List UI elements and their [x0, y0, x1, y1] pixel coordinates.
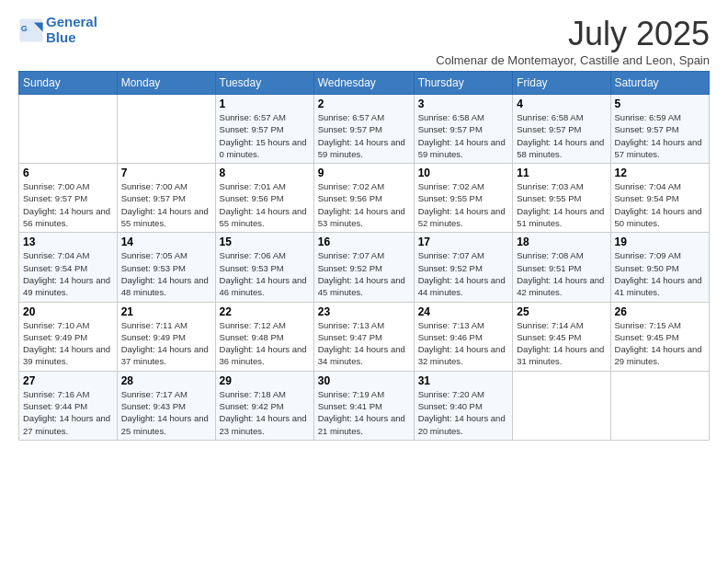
- title-block: July 2025 Colmenar de Montemayor, Castil…: [436, 15, 710, 67]
- header-cell-monday: Monday: [117, 72, 215, 95]
- day-info: Sunrise: 7:13 AMSunset: 9:46 PMDaylight:…: [418, 319, 509, 368]
- week-row-1: 6 Sunrise: 7:00 AMSunset: 9:57 PMDayligh…: [19, 164, 710, 233]
- day-cell: 3 Sunrise: 6:58 AMSunset: 9:57 PMDayligh…: [414, 95, 513, 164]
- day-cell: 24 Sunrise: 7:13 AMSunset: 9:46 PMDaylig…: [414, 302, 513, 371]
- day-cell: 30 Sunrise: 7:19 AMSunset: 9:41 PMDaylig…: [313, 371, 414, 440]
- day-info: Sunrise: 7:15 AMSunset: 9:45 PMDaylight:…: [615, 319, 705, 368]
- header: G General Blue July 2025 Colmenar de Mon…: [18, 15, 710, 67]
- day-info: Sunrise: 7:14 AMSunset: 9:45 PMDaylight:…: [517, 319, 606, 368]
- month-title: July 2025: [436, 15, 710, 53]
- day-info: Sunrise: 7:00 AMSunset: 9:57 PMDaylight:…: [121, 180, 211, 229]
- day-cell: 16 Sunrise: 7:07 AMSunset: 9:52 PMDaylig…: [313, 233, 414, 302]
- calendar-table: SundayMondayTuesdayWednesdayThursdayFrid…: [18, 71, 710, 441]
- day-info: Sunrise: 7:10 AMSunset: 9:49 PMDaylight:…: [23, 319, 113, 368]
- logo: G General Blue: [18, 15, 97, 45]
- day-number: 7: [121, 167, 211, 179]
- header-cell-tuesday: Tuesday: [215, 72, 313, 95]
- day-info: Sunrise: 7:16 AMSunset: 9:44 PMDaylight:…: [23, 388, 113, 437]
- day-number: 29: [220, 374, 310, 387]
- day-cell: 4 Sunrise: 6:58 AMSunset: 9:57 PMDayligh…: [513, 95, 610, 164]
- day-cell: 19 Sunrise: 7:09 AMSunset: 9:50 PMDaylig…: [610, 233, 709, 302]
- day-number: 5: [615, 98, 705, 110]
- week-row-2: 13 Sunrise: 7:04 AMSunset: 9:54 PMDaylig…: [19, 233, 710, 302]
- day-info: Sunrise: 7:07 AMSunset: 9:52 PMDaylight:…: [318, 249, 410, 298]
- day-number: 4: [517, 98, 606, 110]
- day-info: Sunrise: 6:58 AMSunset: 9:57 PMDaylight:…: [418, 111, 509, 160]
- day-number: 13: [23, 236, 113, 248]
- day-number: 3: [418, 98, 509, 110]
- header-cell-friday: Friday: [513, 72, 610, 95]
- day-number: 25: [517, 305, 606, 318]
- day-info: Sunrise: 6:57 AMSunset: 9:57 PMDaylight:…: [220, 111, 310, 160]
- day-cell: 8 Sunrise: 7:01 AMSunset: 9:56 PMDayligh…: [215, 164, 313, 233]
- day-number: 21: [121, 305, 211, 318]
- day-info: Sunrise: 7:18 AMSunset: 9:42 PMDaylight:…: [220, 388, 310, 437]
- location-subtitle: Colmenar de Montemayor, Castille and Leo…: [436, 53, 710, 67]
- day-cell: 10 Sunrise: 7:02 AMSunset: 9:55 PMDaylig…: [414, 164, 513, 233]
- header-cell-sunday: Sunday: [19, 72, 118, 95]
- day-info: Sunrise: 7:13 AMSunset: 9:47 PMDaylight:…: [318, 319, 410, 368]
- day-cell: 12 Sunrise: 7:04 AMSunset: 9:54 PMDaylig…: [610, 164, 709, 233]
- day-cell: 27 Sunrise: 7:16 AMSunset: 9:44 PMDaylig…: [19, 371, 118, 440]
- day-number: 22: [220, 305, 310, 318]
- day-cell: [117, 95, 215, 164]
- day-cell: 6 Sunrise: 7:00 AMSunset: 9:57 PMDayligh…: [19, 164, 118, 233]
- day-cell: 31 Sunrise: 7:20 AMSunset: 9:40 PMDaylig…: [414, 371, 513, 440]
- day-cell: 1 Sunrise: 6:57 AMSunset: 9:57 PMDayligh…: [215, 95, 313, 164]
- day-info: Sunrise: 7:04 AMSunset: 9:54 PMDaylight:…: [23, 249, 113, 298]
- svg-text:G: G: [21, 24, 28, 33]
- day-cell: 18 Sunrise: 7:08 AMSunset: 9:51 PMDaylig…: [513, 233, 610, 302]
- day-number: 20: [23, 305, 113, 318]
- week-row-4: 27 Sunrise: 7:16 AMSunset: 9:44 PMDaylig…: [19, 371, 710, 440]
- day-number: 23: [318, 305, 410, 318]
- header-cell-saturday: Saturday: [610, 72, 709, 95]
- day-number: 1: [220, 98, 310, 110]
- day-info: Sunrise: 7:17 AMSunset: 9:43 PMDaylight:…: [121, 388, 211, 437]
- day-number: 12: [615, 167, 705, 179]
- day-number: 9: [318, 167, 410, 179]
- day-cell: 29 Sunrise: 7:18 AMSunset: 9:42 PMDaylig…: [215, 371, 313, 440]
- day-cell: 15 Sunrise: 7:06 AMSunset: 9:53 PMDaylig…: [215, 233, 313, 302]
- day-info: Sunrise: 7:02 AMSunset: 9:56 PMDaylight:…: [318, 180, 410, 229]
- day-number: 18: [517, 236, 606, 248]
- day-cell: 14 Sunrise: 7:05 AMSunset: 9:53 PMDaylig…: [117, 233, 215, 302]
- day-cell: 23 Sunrise: 7:13 AMSunset: 9:47 PMDaylig…: [313, 302, 414, 371]
- day-cell: 11 Sunrise: 7:03 AMSunset: 9:55 PMDaylig…: [513, 164, 610, 233]
- day-cell: [513, 371, 610, 440]
- day-number: 31: [418, 374, 509, 387]
- day-number: 15: [220, 236, 310, 248]
- day-info: Sunrise: 7:07 AMSunset: 9:52 PMDaylight:…: [418, 249, 509, 298]
- day-number: 19: [615, 236, 705, 248]
- day-cell: [610, 371, 709, 440]
- day-number: 28: [121, 374, 211, 387]
- day-info: Sunrise: 7:04 AMSunset: 9:54 PMDaylight:…: [615, 180, 705, 229]
- day-info: Sunrise: 7:19 AMSunset: 9:41 PMDaylight:…: [318, 388, 410, 437]
- day-cell: 9 Sunrise: 7:02 AMSunset: 9:56 PMDayligh…: [313, 164, 414, 233]
- week-row-3: 20 Sunrise: 7:10 AMSunset: 9:49 PMDaylig…: [19, 302, 710, 371]
- day-cell: 13 Sunrise: 7:04 AMSunset: 9:54 PMDaylig…: [19, 233, 118, 302]
- day-info: Sunrise: 7:03 AMSunset: 9:55 PMDaylight:…: [517, 180, 606, 229]
- day-info: Sunrise: 6:59 AMSunset: 9:57 PMDaylight:…: [615, 111, 705, 160]
- day-number: 11: [517, 167, 606, 179]
- day-number: 24: [418, 305, 509, 318]
- day-cell: 21 Sunrise: 7:11 AMSunset: 9:49 PMDaylig…: [117, 302, 215, 371]
- day-cell: 2 Sunrise: 6:57 AMSunset: 9:57 PMDayligh…: [313, 95, 414, 164]
- day-info: Sunrise: 7:02 AMSunset: 9:55 PMDaylight:…: [418, 180, 509, 229]
- day-cell: 7 Sunrise: 7:00 AMSunset: 9:57 PMDayligh…: [117, 164, 215, 233]
- day-info: Sunrise: 7:09 AMSunset: 9:50 PMDaylight:…: [615, 249, 705, 298]
- day-info: Sunrise: 7:20 AMSunset: 9:40 PMDaylight:…: [418, 388, 509, 437]
- day-cell: [19, 95, 118, 164]
- day-info: Sunrise: 7:00 AMSunset: 9:57 PMDaylight:…: [23, 180, 113, 229]
- day-cell: 5 Sunrise: 6:59 AMSunset: 9:57 PMDayligh…: [610, 95, 709, 164]
- page: G General Blue July 2025 Colmenar de Mon…: [0, 0, 728, 452]
- header-cell-thursday: Thursday: [414, 72, 513, 95]
- logo-icon: G: [18, 17, 44, 43]
- day-number: 17: [418, 236, 509, 248]
- day-info: Sunrise: 7:05 AMSunset: 9:53 PMDaylight:…: [121, 249, 211, 298]
- day-cell: 25 Sunrise: 7:14 AMSunset: 9:45 PMDaylig…: [513, 302, 610, 371]
- day-number: 10: [418, 167, 509, 179]
- day-number: 14: [121, 236, 211, 248]
- day-info: Sunrise: 7:06 AMSunset: 9:53 PMDaylight:…: [220, 249, 310, 298]
- day-number: 8: [220, 167, 310, 179]
- day-cell: 20 Sunrise: 7:10 AMSunset: 9:49 PMDaylig…: [19, 302, 118, 371]
